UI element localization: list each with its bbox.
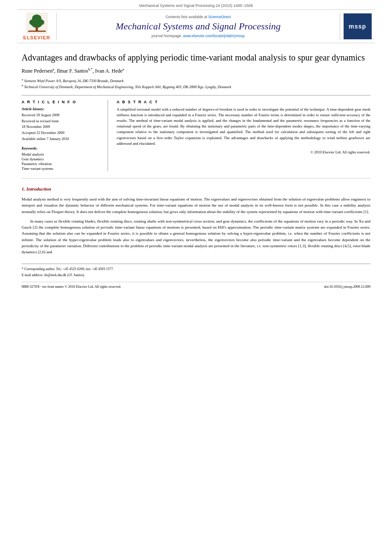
keyword-4: Time-variant systems (22, 166, 102, 171)
date-accepted: Accepted 22 December 2009 (22, 131, 102, 136)
footer-section: * Corresponding author. Tel.: +45 4525 6… (22, 264, 370, 277)
keyword-3: Parametric vibration (22, 162, 102, 166)
elsevier-tree-icon (25, 13, 49, 34)
article-content: Advantages and drawbacks of applying per… (0, 52, 392, 289)
journal-citation: Mechanical Systems and Signal Processing… (139, 3, 253, 8)
article-info-col: A R T I C L E I N F O Article history: R… (22, 100, 108, 171)
page-wrapper: Mechanical Systems and Signal Processing… (0, 0, 392, 535)
two-col-section: A R T I C L E I N F O Article history: R… (22, 95, 370, 171)
affiliation-a: a Siemens Wind Power A/S, Borupvej 16, D… (22, 78, 370, 83)
body-paragraph-2: In many cases as flexible rotating blade… (22, 218, 370, 255)
abstract-col: A B S T R A C T A simplified torsional m… (117, 100, 370, 171)
keyword-1: Modal analysis (22, 152, 102, 156)
science-direct-link[interactable]: ScienceDirect (208, 15, 231, 19)
elsevier-text: ELSEVIER (23, 35, 50, 40)
header-banner: ELSEVIER Contents lists available at Sci… (17, 10, 375, 43)
abstract-text: A simplified torsional model with a redu… (117, 107, 370, 146)
footer-bottom: 0888-3270/$ - see front matter © 2010 El… (22, 282, 370, 289)
keyword-2: Gear dynamics (22, 157, 102, 161)
svg-rect-6 (28, 31, 46, 32)
section1-title: 1. Introduction (22, 185, 370, 193)
article-body: 1. Introduction Modal analysis method is… (22, 185, 370, 255)
mssp-logo-container: mssp (340, 13, 375, 40)
date-online: Available online 7 January 2010 (22, 137, 102, 142)
header-center: Contents lists available at ScienceDirec… (56, 13, 340, 40)
footnote-2: E-mail address: ifs@mek.dtu.dk (I.F. San… (22, 273, 370, 277)
elsevier-logo-container: ELSEVIER (17, 13, 56, 40)
contents-line: Contents lists available at ScienceDirec… (166, 15, 231, 19)
author-sup-b: b,* (88, 67, 92, 71)
date-revised-label: Received in revised form (22, 119, 102, 124)
author-sup-a2: a (123, 67, 124, 71)
mssp-logo: mssp (344, 13, 372, 39)
journal-title-header: Mechanical Systems and Signal Processing (116, 21, 281, 32)
body-paragraph-1: Modal analysis method is very frequently… (22, 196, 370, 215)
date-revised: 18 November 2009 (22, 124, 102, 130)
footer-doi: doi:10.1016/j.ymssp.2009.12.009 (324, 285, 370, 289)
journal-homepage: journal homepage: www.elsevier.com/locat… (152, 34, 245, 38)
author-sup-a: a (53, 67, 54, 71)
history-label: Article history: (22, 107, 102, 111)
article-title: Advantages and drawbacks of applying per… (22, 52, 370, 63)
abstract-heading: A B S T R A C T (117, 100, 370, 104)
homepage-link[interactable]: www.elsevier.com/locate/jnlabr/ymssp (183, 34, 245, 38)
date-received: Received 18 August 2009 (22, 113, 102, 118)
copyright-line: © 2010 Elsevier Ltd. All rights reserved… (117, 150, 370, 154)
section-divider (22, 178, 370, 178)
keywords-label: Keywords: (22, 146, 102, 150)
footer-isbn: 0888-3270/$ - see front matter © 2010 El… (22, 285, 121, 289)
footnote-1: * Corresponding author. Tel.: +45 4525 6… (22, 267, 370, 271)
elsevier-logo: ELSEVIER (23, 13, 50, 40)
authors: Rune Pedersena, Ilmar F. Santosb,*, Ivan… (22, 67, 370, 74)
article-info-heading: A R T I C L E I N F O (22, 100, 102, 104)
affiliation-b: b Technical University of Denmark, Depar… (22, 84, 370, 89)
journal-top-line: Mechanical Systems and Signal Processing… (0, 0, 392, 10)
